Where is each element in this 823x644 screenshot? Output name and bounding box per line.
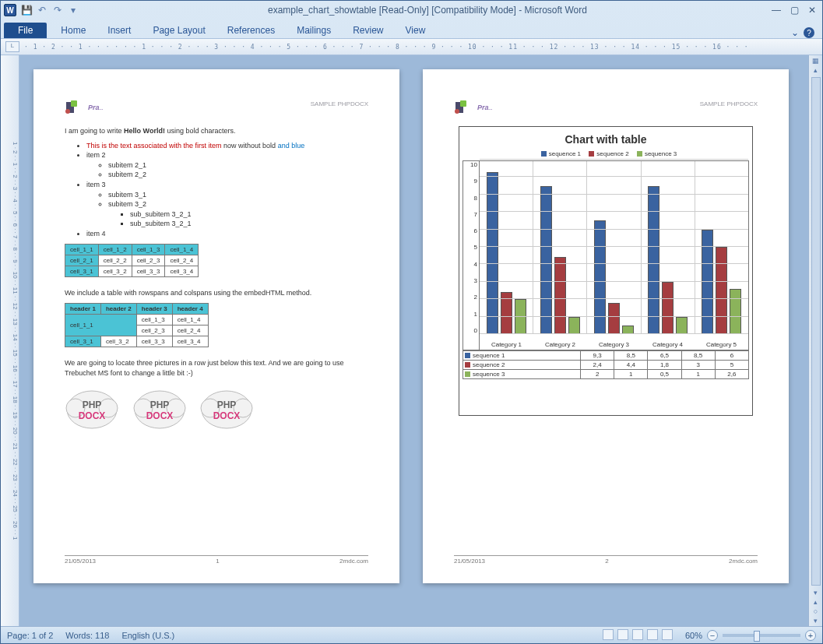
page-header: Pra... SAMPLE PHPDOCX [454, 100, 758, 115]
maximize-icon[interactable]: ▢ [790, 5, 799, 16]
view-buttons [601, 629, 673, 642]
print-layout-view-icon[interactable] [603, 629, 614, 640]
tab-view[interactable]: View [398, 23, 434, 38]
svg-text:DOCX: DOCX [146, 410, 173, 421]
header-sample-text: SAMPLE PHPDOCX [700, 100, 758, 114]
undo-icon[interactable]: ↶ [37, 5, 47, 16]
browse-object-icon[interactable]: ○ [814, 607, 818, 615]
header-logo: Pra... [454, 100, 493, 114]
file-tab[interactable]: File [4, 23, 47, 38]
phpdocx-logo-icon: PHPDOCX [132, 386, 187, 433]
chart-title: Chart with table [462, 133, 749, 146]
tab-review[interactable]: Review [345, 23, 391, 38]
status-language[interactable]: English (U.S.) [121, 631, 174, 640]
ruler-toggle-icon[interactable]: ▦ [812, 57, 819, 65]
chart: Chart with table sequence 1 sequence 2 s… [459, 126, 753, 416]
save-icon[interactable]: 💾 [21, 5, 32, 16]
list-item: item 3 subitem 3_1subitem 3_2 sub_subite… [86, 180, 368, 229]
phpdocx-logo-icon: PHPDOCX [199, 386, 254, 433]
page-2: Pra... SAMPLE PHPDOCX Chart with table s… [423, 69, 789, 583]
quick-access-toolbar: 💾 ↶ ↷ ▾ [21, 5, 79, 16]
status-words[interactable]: Words: 118 [65, 631, 109, 640]
scrollbar-thumb[interactable] [811, 77, 821, 586]
redo-icon[interactable]: ↷ [52, 5, 63, 16]
svg-text:DOCX: DOCX [79, 410, 106, 421]
svg-text:PHP: PHP [149, 399, 169, 410]
zoom-out-icon[interactable]: − [707, 630, 718, 641]
pictures-text: We are going to locate three pictures in… [65, 358, 368, 378]
document-area: 1 · 2 · · 1 · · 2 · · 3 · · 4 · · 5 · · … [1, 55, 822, 626]
header-sample-text: SAMPLE PHPDOCX [311, 100, 368, 114]
table-1: cell_1_1cell_1_2cell_1_3cell_1_4 cell_2_… [65, 244, 199, 278]
svg-text:PHP: PHP [217, 399, 237, 410]
next-page-icon[interactable]: ▾ [814, 617, 818, 625]
svg-text:PHP: PHP [83, 399, 102, 410]
tab-selector-icon[interactable]: L [5, 41, 19, 52]
list-item: item 4 [86, 229, 368, 239]
qat-dropdown-icon[interactable]: ▾ [68, 5, 79, 16]
zoom-controls: 60% − + [685, 630, 816, 641]
close-icon[interactable]: ✕ [808, 5, 816, 16]
list-item: item 2 subitem 2_1subitem 2_2 [86, 150, 368, 180]
chart-legend: sequence 1 sequence 2 sequence 3 [462, 150, 749, 157]
page-footer: 21/05/201322mdc.com [454, 555, 758, 565]
app-window: W 💾 ↶ ↷ ▾ example_chart_showtable [Read-… [0, 0, 823, 644]
draft-view-icon[interactable] [662, 629, 673, 640]
help-icon[interactable]: ? [804, 27, 814, 38]
header-logo: Pra... [65, 100, 104, 114]
ruler-ticks: · 1 · 2 · · 1 · · · · · · 1 · · · 2 · · … [24, 44, 822, 51]
minimize-icon[interactable]: — [772, 5, 781, 16]
fullscreen-reading-view-icon[interactable] [617, 629, 628, 640]
scroll-down-icon[interactable]: ▾ [814, 589, 818, 596]
zoom-slider[interactable] [723, 634, 800, 637]
svg-point-2 [65, 109, 70, 114]
page-footer: 21/05/201312mdc.com [65, 555, 368, 565]
vertical-scrollbar[interactable]: ▦ ▴ ▾ ▴ ○ ▾ [808, 55, 822, 626]
window-title: example_chart_showtable [Read-Only] [Com… [83, 5, 772, 16]
status-page[interactable]: Page: 1 of 2 [7, 631, 53, 640]
scroll-up-icon[interactable]: ▴ [814, 66, 818, 74]
tab-insert[interactable]: Insert [100, 23, 139, 38]
tab-references[interactable]: References [220, 23, 283, 38]
svg-point-20 [455, 109, 459, 114]
pages-container[interactable]: Pra... SAMPLE PHPDOCX I am going to writ… [19, 55, 808, 626]
word-app-icon: W [4, 4, 16, 16]
status-bar: Page: 1 of 2 Words: 118 English (U.S.) 6… [1, 626, 822, 643]
web-layout-view-icon[interactable] [632, 629, 643, 640]
svg-text:DOCX: DOCX [213, 410, 241, 421]
elephant-row: PHPDOCX PHPDOCX PHPDOCX [65, 386, 368, 436]
list-item: This is the text associated with the fir… [86, 141, 368, 151]
embed-text: We include a table with rowspans and col… [65, 288, 368, 298]
zoom-level[interactable]: 60% [685, 631, 702, 640]
ribbon-tabs: File Home Insert Page Layout References … [1, 19, 822, 38]
outline-view-icon[interactable] [647, 629, 658, 640]
horizontal-ruler: L · 1 · 2 · · 1 · · · · · · 1 · · · 2 · … [1, 38, 822, 55]
svg-rect-1 [71, 100, 77, 107]
table-2: header 1header 2header 3header 4 cell_1_… [65, 303, 209, 348]
intro-paragraph: I am going to write Hello World! using b… [65, 126, 368, 136]
svg-rect-19 [460, 100, 466, 107]
tab-mailings[interactable]: Mailings [289, 23, 339, 38]
titlebar: W 💾 ↶ ↷ ▾ example_chart_showtable [Read-… [1, 1, 822, 19]
tab-home[interactable]: Home [53, 23, 93, 38]
zoom-in-icon[interactable]: + [805, 630, 816, 641]
page-1: Pra... SAMPLE PHPDOCX I am going to writ… [33, 69, 399, 583]
phpdocx-logo-icon: PHPDOCX [65, 386, 119, 433]
chart-plot: 109876543210 Category 1Category 2Categor… [462, 160, 749, 350]
chart-data-table: sequence 1 9,38,56,58,56 sequence 2 2,44… [462, 350, 749, 379]
prev-page-icon[interactable]: ▴ [814, 598, 818, 606]
tab-page-layout[interactable]: Page Layout [145, 23, 213, 38]
page-header: Pra... SAMPLE PHPDOCX [65, 100, 368, 115]
minimize-ribbon-icon[interactable]: ⌄ [791, 27, 799, 38]
vertical-ruler: 1 · 2 · · 1 · · 2 · · 3 · · 4 · · 5 · · … [1, 55, 19, 626]
